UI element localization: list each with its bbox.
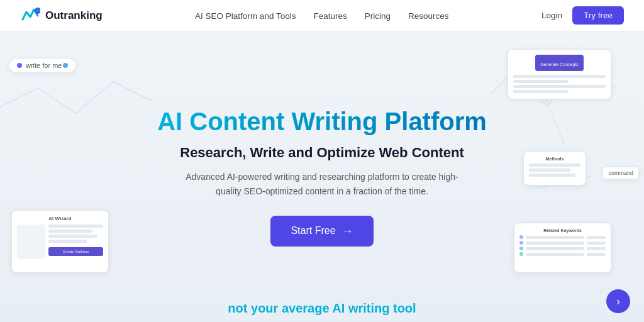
svg-line-1 (546, 99, 566, 148)
nav-pricing[interactable]: Pricing (365, 11, 391, 21)
ai-wizard-col2: Create Outlines (48, 225, 103, 259)
methods-card: Methods (523, 151, 586, 186)
ai-wizard-body: Create Outlines (17, 225, 103, 259)
navbar: Outranking AI SEO Platform and Tools Fea… (0, 0, 644, 31)
hero-section: write for me AI Wizard Create Outlines G… (0, 31, 644, 322)
command-tag: command (602, 167, 639, 179)
try-free-button[interactable]: Try free (572, 6, 624, 25)
gen-line (513, 90, 569, 93)
gen-line (513, 75, 606, 78)
scroll-button[interactable]: › (606, 289, 630, 313)
write-for-me-tag: write for me (9, 58, 76, 73)
ai-line (48, 240, 87, 243)
kw-row (519, 252, 606, 256)
bottom-teaser: not your average AI writing tool (228, 301, 416, 322)
ai-wizard-card: AI Wizard Create Outlines (11, 210, 109, 273)
nav-features[interactable]: Features (313, 11, 347, 21)
kw-row (519, 241, 606, 245)
nav-links: AI SEO Platform and Tools Features Prici… (195, 10, 448, 21)
nav-login[interactable]: Login (541, 11, 562, 20)
related-keywords-card: Related Keywords (514, 223, 611, 273)
logo-icon (20, 7, 40, 25)
hero-title: AI Content Writing Platform (157, 107, 487, 136)
ai-line (48, 230, 92, 233)
ai-wizard-col (17, 225, 45, 259)
ai-line (48, 235, 97, 238)
nav-ai-seo[interactable]: AI SEO Platform and Tools (195, 11, 296, 21)
generate-concepts-card: Generate Concepts (508, 49, 611, 99)
nav-right: Login Try free (541, 6, 624, 25)
kw-row (519, 235, 606, 239)
logo-text: Outranking (45, 9, 103, 22)
hero-content: AI Content Writing Platform Research, Wr… (157, 107, 487, 247)
nav-resources[interactable]: Resources (408, 11, 449, 21)
generate-concepts-btn[interactable]: Generate Concepts (535, 55, 584, 71)
gen-line (513, 80, 569, 83)
hero-description: Advanced AI-powered writing and research… (177, 170, 467, 198)
kw-row (519, 247, 606, 250)
create-outlines-btn[interactable]: Create Outlines (48, 247, 103, 256)
logo[interactable]: Outranking (20, 7, 103, 25)
chevron-down-icon: › (616, 295, 620, 308)
ai-line (48, 225, 103, 228)
start-free-button[interactable]: Start Free → (270, 216, 373, 247)
arrow-icon: → (342, 225, 353, 238)
hero-subtitle: Research, Write and Optimize Web Content (157, 145, 487, 161)
gen-line (513, 85, 606, 88)
